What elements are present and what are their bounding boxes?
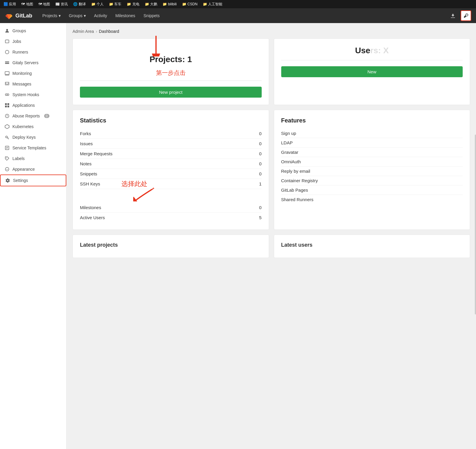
- latest-users-card: Latest users: [274, 235, 470, 258]
- svg-rect-8: [5, 103, 7, 105]
- stats-row-forks: Forks 0: [80, 129, 262, 139]
- sidebar-item-abuse-reports[interactable]: Abuse Reports 0: [0, 111, 66, 121]
- ssh-annotation-text: 选择此处: [121, 180, 147, 188]
- stats-row-snippets: Snippets 0: [80, 169, 262, 179]
- feature-omniauth: OmniAuth: [281, 157, 463, 167]
- feature-container-registry: Container Registry: [281, 176, 463, 185]
- nav-milestones[interactable]: Milestones: [111, 8, 139, 23]
- latest-grid: Latest projects Latest users: [73, 235, 470, 258]
- sidebar-item-jobs[interactable]: Jobs: [0, 36, 66, 47]
- nav-activity[interactable]: Activity: [90, 8, 111, 23]
- sidebar-item-runners[interactable]: Runners: [0, 47, 66, 57]
- os-car: 📁 车车: [109, 2, 121, 7]
- feature-reply-by-email: Reply by email: [281, 167, 463, 176]
- sidebar-item-service-templates[interactable]: Service Templates: [0, 143, 66, 153]
- stats-row-issues: Issues 0: [80, 139, 262, 149]
- os-charge: 📁 充电: [127, 2, 139, 7]
- feature-ldap: LDAP: [281, 138, 463, 148]
- svg-rect-3: [5, 62, 9, 62]
- sidebar-item-gitaly[interactable]: Gitaly Servers: [0, 57, 66, 68]
- stats-row-merge-requests: Merge Requests 0: [80, 149, 262, 159]
- svg-point-17: [7, 180, 8, 181]
- features-title: Features: [281, 117, 463, 124]
- sidebar-item-appearance[interactable]: Appearance: [0, 164, 66, 175]
- admin-wrench-button[interactable]: [461, 10, 471, 21]
- stats-row-ssh-keys: SSH Keys 选择此处 1: [80, 179, 262, 189]
- sidebar-item-monitoring[interactable]: Monitoring: [0, 68, 66, 79]
- projects-card: Projects: 1 第一步点击 New project: [73, 38, 269, 105]
- sidebar-item-labels[interactable]: Labels: [0, 153, 66, 164]
- new-project-button[interactable]: New project: [80, 87, 262, 98]
- os-bar: 🟦 应用 🗺 地图 🗺 地图 📰 资讯 🌐 翻译 📁 个人 📁 车车 📁 充电 …: [0, 0, 476, 8]
- os-apps: 🟦 应用: [4, 2, 16, 7]
- sidebar-item-system-hooks[interactable]: System Hooks: [0, 89, 66, 100]
- svg-point-13: [6, 136, 7, 138]
- svg-rect-1: [5, 40, 9, 43]
- gitlab-logo[interactable]: GitLab: [5, 12, 32, 20]
- stats-features-grid: Statistics Forks 0 Issues 0 Merge Reques…: [73, 110, 470, 230]
- sidebar-item-groups[interactable]: Groups: [0, 25, 66, 36]
- sidebar-item-applications[interactable]: Applications: [0, 100, 66, 111]
- nav-projects[interactable]: Projects ▾: [38, 8, 65, 23]
- svg-point-2: [5, 50, 9, 54]
- sidebar: Groups Jobs Runners Gitaly Servers Monit…: [0, 23, 67, 449]
- nav-groups[interactable]: Groups ▾: [65, 8, 90, 23]
- os-ai: 📁 人工智能: [203, 2, 222, 7]
- sidebar-item-kubernetes[interactable]: Kubernetes: [0, 121, 66, 132]
- projects-count-title: Projects: 1: [80, 55, 262, 64]
- latest-users-title: Latest users: [281, 242, 463, 248]
- arrow-annotation-top: [147, 36, 165, 56]
- os-maps2: 🗺 地图: [38, 2, 50, 7]
- os-maps: 🗺 地图: [21, 2, 33, 7]
- os-csdn: 📁 CSDN: [182, 2, 197, 6]
- feature-gitlab-pages: GitLab Pages: [281, 185, 463, 195]
- sidebar-item-messages[interactable]: Messages: [0, 79, 66, 89]
- svg-rect-11: [7, 106, 9, 107]
- os-dapeng: 📁 大鹏: [145, 2, 157, 7]
- svg-rect-4: [5, 63, 9, 64]
- stats-row-notes: Notes 0: [80, 159, 262, 169]
- stats-row-milestones: Milestones 0: [80, 203, 262, 213]
- statistics-card: Statistics Forks 0 Issues 0 Merge Reques…: [73, 110, 269, 230]
- latest-projects-title: Latest projects: [80, 242, 262, 248]
- users-count-title: Users: X: [281, 46, 463, 55]
- gitlab-navbar: GitLab Projects ▾ Groups ▾ Activity Mile…: [0, 8, 476, 23]
- svg-point-7: [7, 94, 9, 96]
- abuse-reports-badge: 0: [44, 114, 49, 118]
- svg-point-0: [467, 14, 467, 15]
- svg-point-6: [5, 94, 7, 96]
- main-content: Admin Area › Dashboard: [67, 23, 476, 449]
- svg-rect-9: [7, 103, 9, 105]
- os-translate: 🌐 翻译: [73, 2, 86, 7]
- sidebar-item-settings[interactable]: Settings: [0, 175, 66, 186]
- gitlab-wordmark: GitLab: [15, 13, 32, 19]
- breadcrumb-current: Dashboard: [99, 29, 119, 34]
- os-personal: 📁 个人: [91, 2, 104, 7]
- nav-snippets[interactable]: Snippets: [139, 8, 164, 23]
- page-layout: Groups Jobs Runners Gitaly Servers Monit…: [0, 23, 476, 449]
- breadcrumb-separator: ›: [96, 29, 97, 34]
- users-card: Users: X New: [274, 38, 470, 105]
- top-stats-grid: Projects: 1 第一步点击 New project Users: X N…: [73, 38, 470, 105]
- ssh-arrow: [133, 187, 262, 203]
- feature-shared-runners: Shared Runners: [281, 195, 463, 204]
- os-news: 📰 资讯: [55, 2, 68, 7]
- feature-signup: Sign up: [281, 129, 463, 138]
- svg-rect-10: [5, 106, 7, 107]
- download-icon-btn[interactable]: [448, 10, 458, 21]
- latest-projects-card: Latest projects: [73, 235, 269, 258]
- projects-annotation-text: 第一步点击: [80, 69, 262, 77]
- sidebar-item-deploy-keys[interactable]: Deploy Keys: [0, 132, 66, 143]
- feature-gravatar: Gravatar: [281, 148, 463, 157]
- statistics-title: Statistics: [80, 117, 262, 124]
- os-bilibili: 📁 bilibili: [163, 2, 177, 6]
- breadcrumb: Admin Area › Dashboard: [73, 29, 470, 34]
- new-user-button[interactable]: New: [281, 66, 463, 77]
- stats-row-active-users: Active Users 5: [80, 213, 262, 222]
- svg-point-15: [6, 158, 7, 158]
- features-card: Features Sign up LDAP Gravatar OmniAuth …: [274, 110, 470, 230]
- breadcrumb-parent[interactable]: Admin Area: [73, 29, 94, 34]
- svg-rect-5: [5, 72, 9, 75]
